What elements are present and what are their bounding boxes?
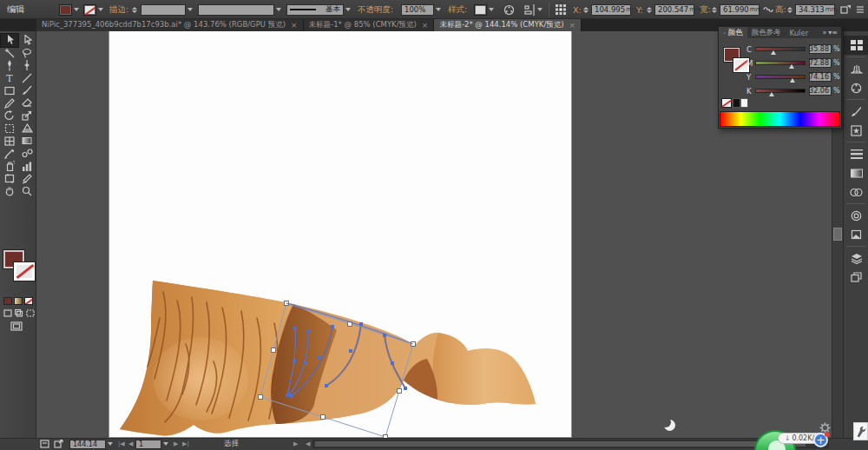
- fill-color-dropdown[interactable]: [59, 0, 79, 19]
- document-tab-1[interactable]: NiPic_377395_406b9cdd7b17c93b.ai* @ 143.…: [36, 19, 304, 31]
- scroll-left-arrow[interactable]: ▶: [292, 438, 299, 450]
- stroke-none-swatch[interactable]: [83, 4, 96, 16]
- menu-edit[interactable]: 编辑: [7, 0, 24, 19]
- free-transform-tool[interactable]: [1, 122, 18, 136]
- close-icon[interactable]: ×: [291, 21, 298, 30]
- magenta-slider-thumb[interactable]: [789, 64, 794, 69]
- artboard-number-field[interactable]: 1: [135, 438, 168, 450]
- gradient-panel-icon[interactable]: [844, 163, 868, 182]
- color-panel-icon[interactable]: [844, 36, 868, 55]
- yellow-slider-thumb[interactable]: [790, 78, 795, 83]
- direct-selection-tool[interactable]: [18, 34, 36, 47]
- stroke-weight-stepper[interactable]: [132, 0, 138, 19]
- w-field[interactable]: 61.990mm: [720, 0, 760, 19]
- style-label[interactable]: 样式:: [448, 0, 467, 19]
- canvas-pasteboard[interactable]: [36, 31, 832, 438]
- artboard-nav-last[interactable]: ▶|: [181, 438, 191, 450]
- yellow-slider[interactable]: [755, 75, 806, 79]
- scale-tool[interactable]: [18, 109, 36, 122]
- white-swatch[interactable]: [740, 98, 748, 108]
- stroke-proxy-swatch[interactable]: [14, 262, 35, 281]
- brush-definition-dropdown[interactable]: 基本: [286, 0, 351, 19]
- draw-behind-button[interactable]: [15, 309, 23, 317]
- wrench-icon[interactable]: [853, 422, 868, 440]
- cyan-value-field[interactable]: 35.88: [809, 44, 832, 54]
- status-export-icon[interactable]: [54, 438, 63, 450]
- align-dropdown[interactable]: [524, 0, 542, 19]
- black-value-field[interactable]: 32.06: [809, 86, 832, 96]
- recolor-artwork-panel-icon[interactable]: [844, 78, 868, 97]
- document-tab-3-active[interactable]: 未标题-2* @ 144.14% (CMYK/预览)×: [434, 19, 582, 31]
- rectangle-tool[interactable]: [1, 84, 18, 97]
- brushes-panel-icon[interactable]: [844, 102, 868, 121]
- style-dropdown[interactable]: [474, 0, 494, 19]
- vertical-scrollbar-thumb[interactable]: [833, 228, 842, 241]
- transparency-panel-icon[interactable]: [844, 182, 868, 202]
- selection-tool[interactable]: [1, 34, 18, 47]
- magenta-value-field[interactable]: 72.88: [809, 58, 832, 68]
- draw-inside-button[interactable]: [26, 309, 35, 317]
- close-icon[interactable]: ×: [569, 21, 576, 30]
- line-segment-tool[interactable]: [18, 72, 36, 85]
- opacity-field[interactable]: 100%: [401, 0, 441, 19]
- perspective-grid-tool[interactable]: [18, 122, 36, 136]
- paintbrush-tool[interactable]: [18, 84, 36, 97]
- none-swatch[interactable]: [721, 98, 732, 108]
- tab-kuler[interactable]: Kuler: [786, 27, 813, 38]
- artboard-nav-prev[interactable]: ◀: [127, 438, 135, 450]
- fill-swatch[interactable]: [59, 4, 72, 16]
- panel-collapse-icon[interactable]: »: [822, 29, 828, 36]
- blend-tool[interactable]: [18, 148, 36, 161]
- w-stepper[interactable]: [712, 0, 718, 19]
- opacity-label[interactable]: 不透明度:: [358, 0, 393, 19]
- graphic-styles-panel-icon[interactable]: [844, 225, 868, 244]
- fill-stroke-proxy[interactable]: [3, 250, 36, 292]
- gradient-tool[interactable]: [18, 135, 36, 148]
- screen-mode-button[interactable]: [10, 321, 23, 333]
- none-mode-button[interactable]: [24, 297, 33, 305]
- pencil-tool[interactable]: [1, 97, 18, 110]
- symbol-sprayer-tool[interactable]: [1, 160, 18, 173]
- pen-tool[interactable]: [1, 59, 18, 72]
- magenta-slider[interactable]: [755, 61, 806, 65]
- artboards-panel-icon[interactable]: [844, 268, 868, 287]
- gradient-mode-button[interactable]: [14, 297, 23, 305]
- eyedropper-tool[interactable]: [1, 148, 18, 161]
- rotate-tool[interactable]: [1, 109, 18, 122]
- color-mode-button[interactable]: [3, 297, 12, 305]
- recolor-artwork-icon[interactable]: [503, 0, 515, 19]
- y-stepper[interactable]: [647, 0, 653, 19]
- artboard[interactable]: [108, 31, 572, 438]
- tree-trunk-artwork[interactable]: [109, 31, 573, 438]
- artboard-tool[interactable]: [1, 173, 18, 186]
- cyan-slider-thumb[interactable]: [771, 50, 776, 55]
- black-swatch[interactable]: [733, 98, 740, 108]
- color-guide-panel-icon[interactable]: [844, 59, 868, 78]
- y-field[interactable]: 200.547mm: [654, 0, 694, 19]
- tab-color[interactable]: ◦颜色: [719, 27, 747, 38]
- x-stepper[interactable]: [583, 0, 589, 19]
- scroll-right-arrow[interactable]: ◀: [304, 438, 312, 450]
- tab-color-guide[interactable]: 颜色参考: [747, 27, 786, 38]
- transform-menu-icon[interactable]: [840, 0, 851, 19]
- stroke-weight-combo[interactable]: [141, 0, 193, 19]
- panel-flyout-menu-icon[interactable]: ▾≡: [828, 29, 841, 36]
- stroke-color-dropdown[interactable]: [83, 0, 103, 19]
- type-tool[interactable]: T: [1, 72, 18, 85]
- width-tool[interactable]: [18, 59, 36, 72]
- x-field[interactable]: 104.995mm: [591, 0, 631, 19]
- width-profile-dropdown[interactable]: [198, 0, 281, 19]
- eraser-tool[interactable]: [18, 97, 36, 110]
- h-stepper[interactable]: [787, 0, 793, 19]
- symbols-panel-icon[interactable]: [844, 121, 868, 140]
- horizontal-scrollbar[interactable]: [312, 440, 829, 448]
- cyan-slider[interactable]: [755, 47, 806, 51]
- stroke-label[interactable]: 描边:: [109, 0, 128, 19]
- appearance-panel-icon[interactable]: [844, 206, 868, 225]
- layers-panel-icon[interactable]: [844, 248, 868, 268]
- reference-point-locator[interactable]: [556, 0, 566, 19]
- horizontal-scrollbar-thumb[interactable]: [315, 441, 806, 447]
- lasso-tool[interactable]: [18, 47, 36, 60]
- artboard-nav-next[interactable]: ▶: [172, 438, 180, 450]
- panel-menu-icon[interactable]: [856, 0, 865, 19]
